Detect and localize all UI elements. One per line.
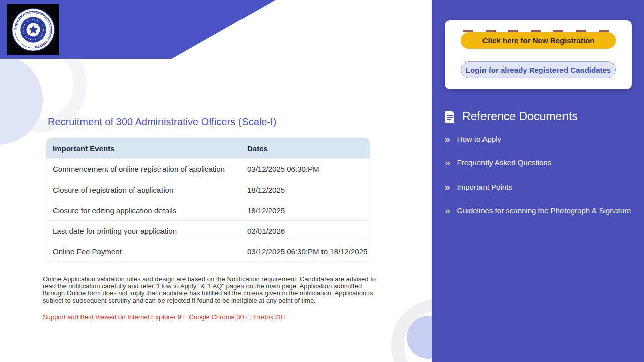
table-row: Commencement of online registration of a… <box>46 158 370 179</box>
event-date-cell: 18/12/2025 <box>240 179 370 200</box>
event-name-cell: Online Fee Payment <box>46 241 240 261</box>
event-date-cell: 03/12/2025 06:30:PM <box>240 158 370 179</box>
event-date-cell: 18/12/2025 <box>240 200 370 220</box>
event-date-cell: 03/12/2025 06:30:PM to 18/12/2025 <box>240 241 370 261</box>
reference-link[interactable]: »Guidelines for scanning the Photograph … <box>445 204 636 218</box>
table-row: Closure for editing application details1… <box>46 200 370 220</box>
reference-link-label: Important Points <box>457 183 512 191</box>
reference-links: »How to Apply»Frequently Asked Questions… <box>445 132 636 218</box>
table-row: Last date for printing your application0… <box>46 220 370 241</box>
table-header-row: Important Events Dates <box>46 138 370 158</box>
main-content: Recruitment of 300 Administrative Office… <box>0 0 432 362</box>
events-table-head: Important Events Dates <box>46 138 370 158</box>
table-row: Online Fee Payment03/12/2025 06:30:PM to… <box>46 241 370 261</box>
event-date-cell: 02/01/2026 <box>240 220 370 241</box>
sidebar: Click here for New Registration Login fo… <box>432 0 644 362</box>
table-row: Closure of registration of application18… <box>46 179 370 200</box>
important-events-table: Important Events Dates Commencement of o… <box>46 138 370 261</box>
event-name-cell: Commencement of online registration of a… <box>46 158 240 179</box>
page: THE ORIENTAL INSURANCE COMPANY LIMITED R… <box>0 0 644 362</box>
login-registered-button[interactable]: Login for already Registered Candidates <box>461 61 616 78</box>
reference-documents-header: Reference Documents <box>445 110 578 123</box>
reference-link-label: How to Apply <box>457 135 502 143</box>
double-chevron-icon: » <box>445 134 450 144</box>
auth-card: Click here for New Registration Login fo… <box>445 20 632 89</box>
new-registration-button[interactable]: Click here for New Registration <box>461 32 616 49</box>
column-header-events: Important Events <box>46 138 240 158</box>
reference-link[interactable]: »How to Apply <box>445 132 636 146</box>
reference-documents-title: Reference Documents <box>462 110 578 123</box>
events-table-body: Commencement of online registration of a… <box>46 158 370 261</box>
event-name-cell: Closure of registration of application <box>46 179 240 200</box>
event-name-cell: Last date for printing your application <box>46 220 240 241</box>
reference-link-label: Guidelines for scanning the Photograph &… <box>457 206 631 215</box>
reference-link[interactable]: »Important Points <box>445 179 636 194</box>
disclaimer-text: Online Application validation rules and … <box>43 276 376 304</box>
double-chevron-icon: » <box>445 206 450 215</box>
reference-link[interactable]: »Frequently Asked Questions <box>445 156 636 170</box>
page-title: Recruitment of 300 Administrative Office… <box>48 116 276 128</box>
event-name-cell: Closure for editing application details <box>46 200 240 220</box>
column-header-dates: Dates <box>240 138 370 158</box>
browser-support-note: Support and Best Viewed on Internet Expl… <box>43 313 286 321</box>
double-chevron-icon: » <box>445 182 450 192</box>
document-icon <box>445 110 455 123</box>
double-chevron-icon: » <box>445 158 450 167</box>
reference-link-label: Frequently Asked Questions <box>457 158 552 167</box>
